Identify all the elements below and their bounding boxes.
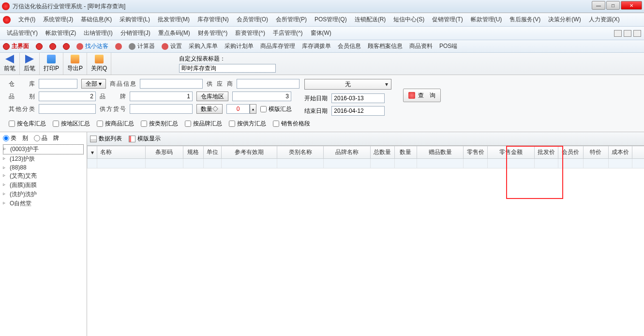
tab-horizontal[interactable]: 横版显示 (129, 135, 161, 143)
menu-wholesale[interactable]: 批发管理(M) (154, 14, 194, 25)
close-doc-button[interactable]: 关闭Q (87, 53, 111, 75)
tab-link-2[interactable]: 商品库存管理 (260, 42, 295, 50)
menu-trial[interactable]: 试品管理(Y) (3, 28, 42, 39)
tree-node-6[interactable]: O自然堂 (3, 199, 84, 208)
tree-node-4[interactable]: (面膜)面膜 (3, 181, 84, 190)
col-wholesale[interactable]: 批发价 (534, 146, 558, 159)
menu-promo[interactable]: 促销管理(T) (428, 14, 466, 25)
menu-shop[interactable]: 手店管理(^) (269, 28, 307, 39)
menu-purchase[interactable]: 采购管理(L) (116, 14, 154, 25)
menu-finance[interactable]: 财务管理(^) (194, 28, 232, 39)
mdi-restore-icon[interactable] (624, 30, 631, 37)
menu-window[interactable]: 窗体(W) (307, 28, 335, 39)
menu-barcode[interactable]: 重点条码(M) (154, 28, 194, 39)
query-button[interactable]: 查 询 (403, 89, 441, 102)
col-special[interactable]: 特价 (583, 146, 608, 159)
menu-baseinfo[interactable]: 基础信息(K) (77, 14, 116, 25)
col-member[interactable]: 会员价 (558, 146, 583, 159)
custom-title-input[interactable] (179, 64, 276, 73)
minimize-button[interactable]: — (592, 1, 605, 10)
menu-distribute[interactable]: 分销管理(J) (117, 28, 154, 39)
sum-category[interactable]: 按类别汇总 (141, 120, 178, 128)
radio-category[interactable]: 类 别 (3, 134, 28, 142)
tab-calc[interactable]: 计算器 (129, 42, 155, 50)
menu-member[interactable]: 会员管理(O) (233, 14, 272, 25)
tab-link-6[interactable]: 商品资料 (409, 42, 433, 50)
menu-account2[interactable]: 帐款管理(Z) (42, 28, 80, 39)
tab-link-1[interactable]: 采购计划单 (225, 42, 254, 50)
none-combo[interactable]: 无 (304, 79, 391, 90)
qty-spinner[interactable]: ▴ (226, 104, 256, 114)
start-date-input[interactable] (331, 93, 385, 103)
radio-brand[interactable]: 品 牌 (34, 134, 59, 142)
menu-file[interactable]: 文件(I) (15, 14, 39, 25)
maximize-button[interactable]: □ (606, 1, 620, 10)
col-qty[interactable]: 数量 (394, 146, 417, 159)
col-cost[interactable]: 成本价 (608, 146, 632, 159)
tree-node-0[interactable]: (0003)护手 (3, 144, 84, 154)
warehouse-all-button[interactable]: 全部 ▾ (81, 79, 106, 89)
tab-link-0[interactable]: 采购入库单 (189, 42, 218, 50)
menu-salary[interactable]: 薪资管理(^) (231, 28, 269, 39)
sum-brand[interactable]: 按品牌汇总 (185, 120, 222, 128)
tab-link-4[interactable]: 会员信息 (338, 42, 361, 50)
menu-hr[interactable]: 人力资源(X) (585, 14, 624, 25)
warehouse-input[interactable] (39, 79, 77, 89)
tree-node-3[interactable]: (艾亮)艾亮 (3, 171, 84, 181)
mdi-close-icon[interactable] (633, 30, 641, 37)
menu-cashier[interactable]: 出纳管理(I) (80, 28, 116, 39)
export-button[interactable]: 导出P (63, 53, 87, 75)
col-brandname[interactable]: 品牌名称 (324, 146, 371, 159)
sum-supplier[interactable]: 按供方汇总 (229, 120, 266, 128)
supplier-input[interactable] (237, 79, 300, 89)
col-name[interactable]: 名称 (97, 146, 146, 159)
menu-stock[interactable]: 库存管理(N) (194, 14, 233, 25)
menu-chain[interactable]: 连锁配送(R) (351, 14, 390, 25)
col-giftqty[interactable]: 赠品数量 (417, 146, 464, 159)
sum-product[interactable]: 按商品汇总 (97, 120, 134, 128)
tab-link-5[interactable]: 顾客档案信息 (368, 42, 403, 50)
region-button[interactable]: 仓库地区 (196, 92, 228, 101)
lock-icon[interactable] (36, 43, 43, 50)
tab-main[interactable]: 主界面 (3, 42, 29, 50)
col-unit[interactable]: 单位 (203, 146, 221, 159)
menu-pos[interactable]: POS管理(Q) (311, 14, 351, 25)
sum-price-range[interactable]: 销售价格段 (273, 120, 310, 128)
print-button[interactable]: 打印P (40, 53, 63, 75)
tab-link-7[interactable]: POS端 (439, 42, 457, 50)
menu-aftersale[interactable]: 售后服务(V) (506, 14, 544, 25)
col-rowhead[interactable]: ▾ (88, 146, 97, 159)
col-retailamt[interactable]: 零售金额 (488, 146, 535, 159)
col-spec[interactable]: 规格 (183, 146, 203, 159)
table-row[interactable] (88, 159, 644, 168)
qty-input[interactable] (226, 104, 250, 114)
col-catname[interactable]: 类别名称 (277, 146, 324, 159)
menu-sms[interactable]: 短信中心(S) (389, 14, 428, 25)
menu-system[interactable]: 系统管理(J) (39, 14, 77, 25)
table-wrap[interactable]: ▾ 名称 条形码 规格 单位 参考有效期 类别名称 品牌名称 总数量 数量 赠品… (87, 146, 644, 336)
tree-node-2[interactable]: (88)88 (3, 164, 84, 171)
menu-club[interactable]: 会所管理(P) (272, 14, 311, 25)
region-input[interactable] (232, 92, 291, 101)
prev-button[interactable]: 前笔 (0, 53, 20, 75)
bubble-icon[interactable] (49, 43, 56, 50)
end-date-input[interactable] (331, 106, 385, 116)
sku-input[interactable] (130, 104, 193, 114)
col-barcode[interactable]: 条形码 (146, 146, 183, 159)
brand-input[interactable] (130, 92, 193, 101)
sum-region[interactable]: 按地区汇总 (53, 120, 90, 128)
col-retail[interactable]: 零售价 (464, 146, 488, 159)
sum-warehouse[interactable]: 按仓库汇总 (9, 120, 46, 128)
data-grid[interactable]: ▾ 名称 条形码 规格 单位 参考有效期 类别名称 品牌名称 总数量 数量 赠品… (87, 146, 644, 168)
qty-button[interactable]: 数量◇ (196, 104, 223, 114)
tree-node-1[interactable]: (123)护肤 (3, 154, 84, 164)
tab-settings[interactable]: 设置 (162, 42, 182, 50)
menu-account[interactable]: 帐款管理(U) (467, 14, 506, 25)
mdi-min-icon[interactable] (614, 30, 622, 37)
other-input[interactable] (39, 104, 96, 114)
tree-node-5[interactable]: (洗护)洗护 (3, 190, 84, 199)
tab-link-3[interactable]: 库存调拨单 (302, 42, 331, 50)
menu-decision[interactable]: 决策分析(W) (544, 14, 584, 25)
col-upper[interactable]: 库存上限 (632, 146, 644, 159)
col-totalqty[interactable]: 总数量 (370, 146, 394, 159)
